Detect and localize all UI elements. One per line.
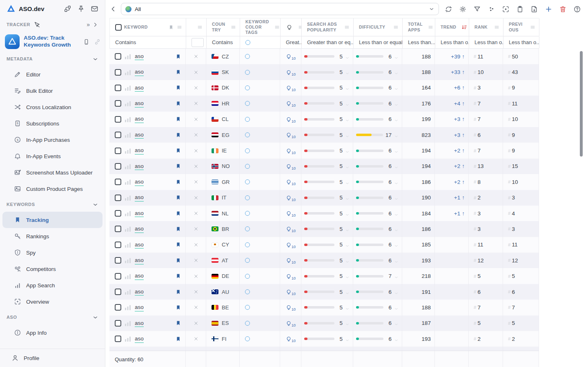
mini-chevron-icon[interactable] [394, 101, 399, 106]
column-header-difficulty[interactable]: DIFFICULTY [354, 18, 403, 36]
stats-icon[interactable] [125, 242, 131, 248]
mini-chevron-icon[interactable] [345, 70, 350, 74]
clipboard-icon[interactable] [514, 4, 525, 14]
keyword-link[interactable]: aso [135, 272, 144, 280]
mini-chevron-icon[interactable] [345, 305, 350, 310]
chevron-down-icon[interactable] [92, 314, 98, 320]
column-menu-icon[interactable] [344, 24, 350, 30]
bookmark-filled-icon[interactable] [175, 304, 181, 311]
color-tag-circle-icon[interactable] [245, 164, 250, 169]
mini-chevron-icon[interactable] [394, 164, 399, 168]
mini-chevron-icon[interactable] [345, 180, 350, 184]
collapse-all-icon[interactable]: » [87, 21, 89, 28]
mini-chevron-icon[interactable] [394, 242, 399, 247]
keyword-link[interactable]: aso [135, 84, 144, 92]
sidebar-item-app-info[interactable]: App Info [2, 324, 102, 341]
column-menu-icon[interactable] [197, 24, 203, 30]
filter-total_apps[interactable]: Less than... [403, 36, 435, 48]
row-checkbox[interactable] [115, 69, 121, 76]
keyword-link[interactable]: aso [135, 335, 144, 343]
stats-icon[interactable] [125, 257, 131, 263]
row-checkbox[interactable] [115, 195, 121, 201]
pin-icon[interactable] [77, 5, 85, 13]
color-tag-circle-icon[interactable] [245, 85, 250, 90]
sidebar-item-spy[interactable]: Spy [2, 244, 102, 261]
keyword-link[interactable]: aso [135, 163, 144, 170]
mail-icon[interactable] [91, 5, 98, 13]
row-checkbox[interactable] [115, 163, 121, 170]
bulb-icon[interactable]: 10 [285, 69, 296, 76]
color-tag-circle-icon[interactable] [245, 242, 250, 247]
mini-chevron-icon[interactable] [394, 180, 399, 184]
select-all-checkbox[interactable] [115, 24, 122, 31]
bookmark-filled-icon[interactable] [175, 101, 181, 107]
row-checkbox[interactable] [115, 179, 121, 185]
sidebar-item-screenshot-mass-uploader[interactable]: Screenshot Mass Uploader [2, 164, 102, 181]
remove-icon[interactable] [193, 273, 199, 279]
keyword-link[interactable]: aso [135, 288, 144, 296]
sidebar-item-profile[interactable]: Profile [0, 349, 105, 367]
row-checkbox[interactable] [115, 273, 121, 280]
chevron-right-icon[interactable] [92, 22, 98, 28]
color-tag-circle-icon[interactable] [245, 117, 250, 122]
remove-icon[interactable] [193, 85, 199, 91]
refresh-icon[interactable] [443, 4, 454, 14]
chevron-down-icon[interactable] [92, 56, 98, 62]
bulb-icon[interactable]: 10 [285, 179, 296, 185]
color-tag-circle-icon[interactable] [245, 289, 250, 294]
mini-chevron-icon[interactable] [345, 211, 350, 216]
bookmark-filled-icon[interactable] [175, 226, 181, 232]
color-tag-circle-icon[interactable] [245, 195, 250, 200]
remove-icon[interactable] [193, 257, 199, 263]
bookmark-filled-icon[interactable] [175, 85, 181, 91]
mini-chevron-icon[interactable] [345, 290, 350, 294]
bookmark-filled-icon[interactable] [175, 257, 181, 264]
sidebar-item-bulk-editor[interactable]: Bulk Editor [2, 83, 102, 99]
mini-chevron-icon[interactable] [394, 290, 399, 294]
settings-icon[interactable] [457, 4, 468, 14]
remove-icon[interactable] [193, 54, 199, 59]
filter-input[interactable] [192, 38, 204, 47]
bookmark-filled-icon[interactable] [175, 289, 181, 295]
bookmark-filled-icon[interactable] [175, 148, 181, 154]
file-add-icon[interactable] [529, 4, 539, 14]
mini-chevron-icon[interactable] [394, 227, 399, 231]
bulb-icon[interactable]: 10 [285, 336, 296, 342]
mini-chevron-icon[interactable] [345, 117, 350, 121]
color-tag-circle-icon[interactable] [245, 321, 250, 326]
column-menu-icon[interactable] [274, 24, 280, 30]
bulb-icon[interactable]: 10 [285, 163, 296, 170]
remove-icon[interactable] [193, 116, 199, 122]
bulb-icon[interactable]: 10 [285, 257, 296, 264]
color-tag-circle-icon[interactable] [245, 70, 250, 75]
remove-icon[interactable] [193, 148, 199, 154]
row-checkbox[interactable] [115, 257, 121, 264]
column-menu-icon[interactable] [494, 24, 500, 30]
sidebar-item-overview[interactable]: Overview [2, 293, 102, 310]
help-icon[interactable] [572, 4, 582, 14]
column-header-total_apps[interactable]: TOTAL APPS [403, 18, 435, 36]
remove-icon[interactable] [193, 210, 199, 216]
keyword-link[interactable]: aso [135, 100, 144, 107]
column-header-trend[interactable]: TREND [435, 18, 469, 36]
keyword-link[interactable]: aso [135, 131, 144, 139]
bookmark-filled-icon[interactable] [175, 116, 181, 122]
mini-chevron-icon[interactable] [394, 54, 399, 59]
mini-chevron-icon[interactable] [345, 164, 350, 168]
row-checkbox[interactable] [115, 289, 121, 295]
remove-icon[interactable] [193, 163, 199, 169]
vertical-scrollbar[interactable] [580, 51, 583, 157]
remove-icon[interactable] [193, 242, 199, 248]
row-checkbox[interactable] [115, 320, 121, 327]
stats-icon[interactable] [125, 226, 131, 232]
bookmark-filled-icon[interactable] [175, 242, 181, 248]
color-tag-circle-icon[interactable] [245, 305, 250, 310]
color-tag-circle-icon[interactable] [245, 54, 250, 59]
stats-icon[interactable] [125, 54, 131, 59]
sidebar-item-tracking[interactable]: Tracking [2, 212, 102, 228]
bulb-icon[interactable]: 10 [285, 320, 296, 327]
mini-chevron-icon[interactable] [345, 195, 350, 200]
row-checkbox[interactable] [115, 242, 121, 248]
bulb-icon[interactable]: 10 [285, 85, 296, 91]
bulb-icon[interactable]: 10 [285, 148, 296, 154]
